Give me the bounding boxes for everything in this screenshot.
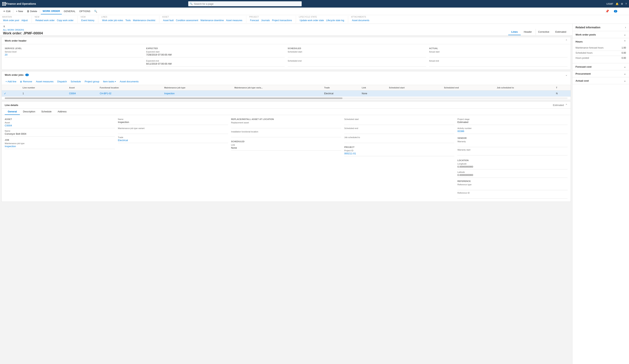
options-tab[interactable]: OPTIONS	[77, 8, 92, 14]
scheduled-end-value[interactable]	[288, 62, 426, 67]
project-group-button[interactable]: Project group	[84, 80, 100, 83]
panel-forecast-cost-header[interactable]: Forecast cost	[573, 63, 629, 70]
table-row[interactable]: ✓ 1 C0004 CH-BP1-02 Inspection Electrica…	[2, 91, 571, 97]
work-order-tab[interactable]: WORK ORDER	[41, 8, 62, 14]
actual-end-value[interactable]	[429, 62, 568, 67]
col-scheduled-end[interactable]: Scheduled end	[442, 85, 494, 91]
work-order-pools-chevron[interactable]	[624, 33, 626, 36]
refresh-icon[interactable]: ↻	[618, 9, 621, 13]
reference-id-value[interactable]	[457, 194, 568, 199]
col-link[interactable]: Link	[359, 85, 387, 91]
asset-value[interactable]: C0004	[5, 124, 115, 128]
jobs-collapse-icon[interactable]	[565, 73, 568, 76]
col-functional-location[interactable]: Functional location	[98, 85, 162, 91]
work-order-header-section-header[interactable]: Work order header	[2, 37, 571, 44]
search-ribbon-button[interactable]: 🔍	[92, 8, 99, 14]
col-maintenance-job-type-variant[interactable]: Maintenance job type varia...	[232, 85, 322, 91]
longitude-value[interactable]: 0.0000000000	[457, 165, 568, 169]
fullscreen-icon[interactable]: ⛶	[621, 10, 624, 13]
project-stage-value[interactable]: Estimated	[457, 121, 568, 125]
procurement-chevron[interactable]	[624, 72, 626, 75]
line-tab-schedule[interactable]: Schedule	[38, 109, 54, 115]
add-line-button[interactable]: + Add line	[5, 80, 17, 83]
ribbon-lifecycle-state-log[interactable]: Lifecycle state log	[325, 19, 345, 22]
name-value[interactable]: Inspection	[118, 121, 228, 125]
line-tab-description[interactable]: Description	[20, 109, 38, 115]
sched-end-value[interactable]	[344, 130, 454, 134]
hours-chevron[interactable]	[624, 40, 626, 43]
filter-icon[interactable]: ⚗	[3, 25, 5, 28]
col-job-scheduled-to[interactable]: Job scheduled to	[495, 85, 554, 91]
col-maintenance-job-type[interactable]: Maintenance job type	[162, 85, 232, 91]
dispatch-button[interactable]: Dispatch	[56, 80, 68, 83]
sched-start-value[interactable]	[344, 121, 454, 125]
link-value[interactable]: None	[231, 146, 341, 150]
panel-actual-cost-header[interactable]: Actual cost	[573, 77, 629, 84]
tab-estimated[interactable]: Estimated	[552, 29, 569, 35]
search-input[interactable]	[188, 1, 302, 6]
bell-icon[interactable]: 🔔	[616, 2, 619, 5]
close-icon[interactable]: ✕	[625, 9, 628, 13]
expected-start-value[interactable]: 7/28/2019 07:00:00 AM	[146, 53, 285, 57]
ribbon-event-history[interactable]: Event history	[81, 19, 95, 22]
actual-cost-chevron[interactable]	[624, 79, 626, 82]
panel-work-order-pools-header[interactable]: Work order pools	[573, 31, 629, 38]
ribbon-adjust[interactable]: Adjust	[21, 19, 28, 22]
col-trade[interactable]: Trade	[322, 85, 359, 91]
panel-hours-header[interactable]: Hours	[573, 38, 629, 45]
ribbon-update-work-order-state[interactable]: Update work order state	[299, 19, 325, 22]
maint-variant-value[interactable]	[118, 130, 228, 134]
pin-icon[interactable]: 📌	[605, 9, 609, 13]
line-details-header[interactable]: Line details Estimated	[2, 102, 571, 109]
service-level-value[interactable]: 20	[5, 53, 143, 57]
delete-button[interactable]: 🗑 Delete	[25, 8, 39, 14]
warranty-start-value[interactable]	[457, 151, 568, 155]
settings-icon[interactable]: ⚙	[621, 2, 623, 5]
row-functional-location[interactable]: CH-BP1-02	[98, 91, 162, 97]
latitude-value[interactable]: 0.0000000000	[457, 174, 568, 178]
col-t[interactable]: T	[554, 85, 571, 91]
panel-procurement-header[interactable]: Procurement	[573, 70, 629, 77]
line-tab-general[interactable]: General	[5, 109, 20, 115]
ribbon-job-notes[interactable]: Work order job notes	[101, 19, 124, 22]
work-order-header-collapse-icon[interactable]	[565, 39, 568, 42]
tab-corrective[interactable]: Corrective	[536, 29, 552, 35]
ribbon-maintenance-downtime[interactable]: Maintenance downtime	[200, 19, 225, 22]
edit-button[interactable]: ✏ Edit	[1, 8, 12, 14]
line-tab-address[interactable]: Address	[55, 109, 70, 115]
forecast-cost-chevron[interactable]	[624, 65, 626, 68]
notification-count[interactable]: 4	[614, 10, 617, 12]
asset-measures-button[interactable]: Asset measures	[35, 80, 54, 83]
row-asset[interactable]: C0004	[67, 91, 97, 97]
ribbon-asset-measures[interactable]: Asset measures	[225, 19, 243, 22]
remove-button[interactable]: 🗑 Remove	[19, 80, 33, 83]
office-icon[interactable]: ◼	[610, 9, 612, 13]
ribbon-condition-assessment[interactable]: Condition assessment	[175, 19, 199, 22]
col-line-number[interactable]: Line number	[20, 85, 67, 91]
ribbon-tools[interactable]: Tools	[125, 19, 131, 22]
ribbon-asset-documents[interactable]: Asset documents	[351, 19, 370, 22]
activity-number-value[interactable]: 00386	[457, 130, 568, 134]
ribbon-forecast[interactable]: Forecast	[249, 19, 260, 22]
ribbon-maintenance-checklist[interactable]: Maintenance checklist	[132, 19, 156, 22]
jobs-section-header[interactable]: Work order jobs 1	[2, 71, 571, 78]
scheduled-start-value[interactable]	[288, 53, 426, 57]
warranty-value[interactable]	[457, 143, 568, 147]
new-button[interactable]: + New	[14, 8, 25, 14]
search-bar[interactable]: 🔍	[188, 1, 302, 6]
expected-end-value[interactable]: 8/11/2019 07:00:00 AM	[146, 62, 285, 67]
maint-job-type-value[interactable]: Inspection	[5, 145, 115, 149]
breadcrumb[interactable]: ALL WORK ORDERS	[3, 29, 43, 31]
tab-lines[interactable]: Lines	[508, 29, 521, 35]
row-maintenance-job-type[interactable]: Inspection	[162, 91, 232, 97]
actual-start-value[interactable]	[429, 53, 568, 57]
reference-type-value[interactable]	[457, 186, 568, 190]
ribbon-copy-work-order[interactable]: Copy work order	[56, 19, 74, 22]
col-scheduled-start[interactable]: Scheduled start	[387, 85, 442, 91]
help-icon[interactable]: ?	[626, 2, 627, 5]
replacement-asset-value[interactable]	[231, 124, 341, 128]
ribbon-related-work-order[interactable]: Related work order	[35, 19, 55, 22]
project-id-value[interactable]: 000211-01	[344, 152, 454, 156]
ribbon-asset-fault[interactable]: Asset fault	[162, 19, 174, 22]
ribbon-project-transactions[interactable]: Project transactions	[271, 19, 293, 22]
